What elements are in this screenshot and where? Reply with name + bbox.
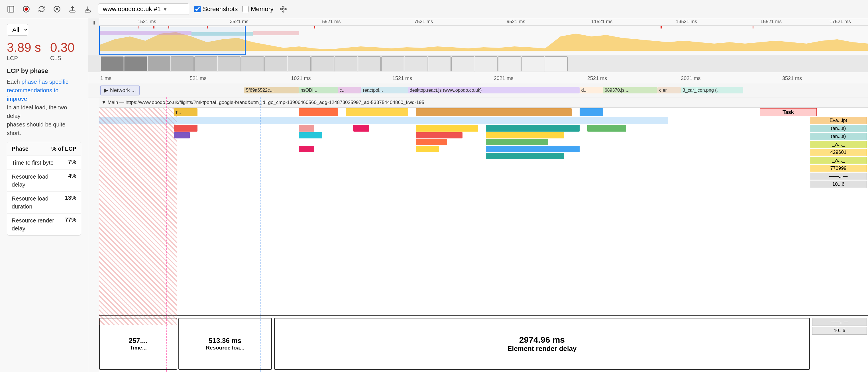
svg-rect-8: [85, 10, 91, 12]
task-label-an2[interactable]: (an...s): [810, 133, 867, 140]
memory-label: Memory: [251, 5, 273, 13]
svg-rect-10: [280, 8, 281, 10]
reload-icon[interactable]: [36, 4, 47, 14]
lcp-value: 3.89 s: [7, 41, 41, 54]
flame-r3-5[interactable]: [587, 125, 626, 132]
flame-task-3[interactable]: [416, 108, 571, 116]
task-label-429601[interactable]: 429601: [810, 149, 867, 156]
striped-region-0: [99, 108, 177, 325]
lcp-section-title: LCP by phase: [7, 67, 81, 74]
task-label-dash[interactable]: ——...—: [810, 173, 867, 180]
ov-tick-4: 9521 ms: [507, 19, 525, 25]
resource-7[interactable]: c er: [657, 87, 681, 93]
sidebar-toggle-icon[interactable]: [6, 4, 16, 14]
svg-rect-7: [70, 10, 75, 12]
flame-r4-2[interactable]: [416, 132, 463, 138]
screenshot-1: [124, 56, 147, 71]
task-label-w2[interactable]: _w..._: [810, 157, 867, 164]
flame-r3-4[interactable]: [486, 125, 579, 132]
tick-0: 1 ms: [100, 75, 112, 82]
flame-row2[interactable]: [99, 117, 668, 124]
record-icon[interactable]: [21, 4, 31, 14]
settings-icon[interactable]: [278, 4, 288, 14]
lcp-marker-2: [260, 97, 260, 372]
svg-rect-15: [99, 31, 191, 35]
tick-7: 3521 ms: [782, 75, 802, 82]
phase-pct-2: 13%: [65, 194, 76, 201]
flame-r6-0[interactable]: [299, 146, 315, 152]
task-box-main[interactable]: Task: [760, 108, 817, 116]
left-panel: All 3.89 s LCP 0.30 CLS LCP by phase Eac…: [0, 18, 88, 372]
flame-task-2[interactable]: [346, 108, 408, 116]
screenshot-4: [194, 56, 217, 71]
screenshot-strip: [88, 55, 868, 72]
flame-r3-1[interactable]: [299, 125, 315, 132]
stack-item-1: 10...6: [812, 327, 867, 335]
resource-8[interactable]: 3_car_icon.png (.: [681, 87, 743, 93]
task-label-an1[interactable]: (an...s): [810, 125, 867, 132]
phase-name-0: Time to first byte: [12, 159, 68, 167]
screenshot-3: [171, 56, 194, 71]
resource-1[interactable]: nsODI...: [299, 87, 338, 93]
svg-rect-13: [282, 11, 284, 12]
lcp-description: Each phase has specific recommendations …: [7, 78, 81, 137]
screenshot-16: [475, 56, 498, 71]
ov-tick-6: 13521 ms: [676, 19, 697, 25]
right-panel: ⏸ 1521 ms 3521 ms 5521 ms 7521 ms 9521 m…: [88, 18, 868, 372]
phase-row-3: Resource renderdelay 77%: [7, 214, 81, 235]
task-label-evaript[interactable]: Eva...ipt: [810, 117, 867, 124]
phase-row-2: Resource loadduration 13%: [7, 192, 81, 214]
phase-table-header: Phase % of LCP: [7, 142, 81, 156]
left-gutter: [88, 97, 99, 372]
flame-r4-3[interactable]: [486, 132, 564, 138]
task-label-w1[interactable]: _w..._: [810, 141, 867, 148]
svg-point-9: [282, 8, 284, 10]
resource-4[interactable]: desktop.react.js (www.opodo.co.uk): [408, 87, 580, 93]
screenshots-checkbox[interactable]: [194, 6, 200, 12]
screenshot-9: [311, 56, 334, 71]
flame-task-1[interactable]: [299, 108, 338, 116]
task-label-770999[interactable]: 770999: [810, 165, 867, 172]
resource-3[interactable]: reactpol...: [361, 87, 408, 93]
flame-r6-2[interactable]: [486, 146, 579, 152]
download-icon[interactable]: [83, 4, 93, 14]
flame-r5-0[interactable]: [416, 139, 447, 145]
flame-task-4[interactable]: [580, 108, 603, 116]
clear-icon[interactable]: [52, 4, 62, 14]
flame-task-0[interactable]: T...: [174, 108, 197, 116]
resource-5[interactable]: d...: [580, 87, 603, 93]
ov-tick-1: 3521 ms: [230, 19, 248, 25]
flame-r3-2[interactable]: [353, 125, 369, 132]
filter-select[interactable]: All: [7, 24, 28, 36]
phase-name-3: Resource renderdelay: [12, 216, 65, 232]
tick-5: 2521 ms: [587, 75, 607, 82]
phase-row-0: Time to first byte 7%: [7, 156, 81, 170]
screenshot-18: [522, 56, 544, 71]
lcp-phase-0-ms: 257....: [128, 337, 148, 345]
screenshots-checkbox-item[interactable]: Screenshots: [194, 5, 238, 13]
flame-r3-3[interactable]: [416, 125, 478, 132]
screenshot-13: [405, 56, 428, 71]
memory-checkbox[interactable]: [242, 6, 248, 12]
phase-row-1: Resource loaddelay 4%: [7, 170, 81, 192]
lcp-marker-1: [166, 97, 167, 372]
phase-name-1: Resource loaddelay: [12, 173, 68, 189]
flame-r4-1[interactable]: [299, 132, 322, 138]
task-label-10[interactable]: 10...6: [810, 181, 867, 188]
network-label[interactable]: ▶ Network ...: [100, 85, 140, 95]
url-bar[interactable]: www.opodo.co.uk #1 ▾: [98, 3, 189, 15]
upload-icon[interactable]: [67, 4, 78, 14]
phase-pct-0: 7%: [68, 159, 76, 165]
resource-2[interactable]: c...: [338, 87, 361, 93]
flame-r3-0[interactable]: [174, 125, 197, 132]
flame-r4-0[interactable]: [174, 132, 190, 138]
resource-0[interactable]: 5f69a6522c...: [244, 87, 299, 93]
url-dropdown-icon[interactable]: ▾: [163, 5, 167, 13]
flame-r5-1[interactable]: [486, 139, 548, 145]
memory-checkbox-item[interactable]: Memory: [242, 5, 273, 13]
flame-r6-1[interactable]: [416, 146, 439, 152]
resource-6[interactable]: 689370.js ...: [603, 87, 658, 93]
lcp-phase-2-ms: 2974.96 ms: [519, 335, 565, 345]
overview-bar[interactable]: ⏸ 1521 ms 3521 ms 5521 ms 7521 ms 9521 m…: [88, 18, 868, 55]
flame-r7-0[interactable]: [486, 153, 564, 159]
